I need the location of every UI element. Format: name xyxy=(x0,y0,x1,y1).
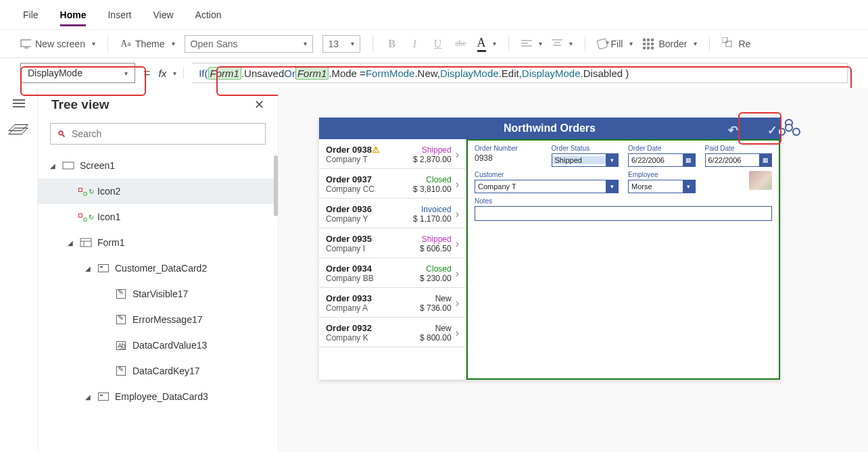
chevron-right-icon: › xyxy=(456,238,459,250)
svg-rect-0 xyxy=(21,40,31,47)
valign-button[interactable]: ▾ xyxy=(552,39,573,49)
tree-item-Icon2[interactable]: ↻Icon2 xyxy=(38,178,278,204)
strike-button[interactable]: abc xyxy=(454,39,468,49)
close-icon[interactable]: ✕ xyxy=(254,97,264,112)
align-button[interactable]: ▾ xyxy=(521,39,542,49)
hamburger-icon[interactable] xyxy=(13,97,25,109)
tree-item-icon xyxy=(62,161,74,170)
tree-panel: Tree view ✕ 🔍︎ ◢Screen1↻Icon2↻Icon1◢Form… xyxy=(38,88,279,452)
tree-item-Icon1[interactable]: ↻Icon1 xyxy=(38,204,278,230)
order-row[interactable]: Order 0934Company BBClosed$ 230.00› xyxy=(319,258,466,288)
menu-file[interactable]: File xyxy=(23,9,39,20)
chevron-down-icon: ▾ xyxy=(539,40,542,47)
separator xyxy=(709,36,710,51)
menu-insert[interactable]: Insert xyxy=(107,9,131,20)
order-row[interactable]: Order 0937Company CCClosed$ 3,810.00› xyxy=(319,169,466,199)
order-status: Closed xyxy=(404,264,452,274)
fill-button[interactable]: Fill ▾ xyxy=(598,39,633,49)
font-value: Open Sans xyxy=(191,39,238,49)
order-company: Company A xyxy=(326,303,404,313)
chevron-right-icon: › xyxy=(456,208,459,220)
font-select[interactable]: Open Sans ▾ xyxy=(185,35,313,53)
property-select[interactable]: DisplayMode ▾ xyxy=(20,63,135,83)
chevron-right-icon: › xyxy=(456,297,459,309)
order-row[interactable]: Order 0932Company KNew$ 800.00› xyxy=(319,318,466,347)
tree-item-DataCardValue13[interactable]: A͟bDataCardValue13 xyxy=(38,332,278,358)
customer-dropdown[interactable]: Company T▾ xyxy=(475,180,619,193)
fill-label: Fill xyxy=(611,39,623,49)
order-amount: $ 230.00 xyxy=(404,274,452,283)
undo-icon[interactable]: ↶ xyxy=(728,123,738,138)
chevron-down-icon: ▾ xyxy=(606,154,618,166)
calendar-icon: ▦ xyxy=(759,154,771,166)
treeview-icon[interactable] xyxy=(11,124,26,136)
scrollbar-thumb[interactable] xyxy=(274,155,278,216)
underline-button[interactable]: U xyxy=(431,38,445,50)
order-amount: $ 606.50 xyxy=(404,244,452,253)
theme-button[interactable]: Aa Theme ▾ xyxy=(120,39,175,49)
svg-rect-8 xyxy=(722,37,727,43)
chevron-down-icon: ▾ xyxy=(606,180,618,193)
order-company: Company CC xyxy=(326,184,404,194)
check-icon[interactable]: ✓ xyxy=(767,123,777,138)
theme-label: Theme xyxy=(135,39,165,49)
italic-button[interactable]: I xyxy=(408,38,422,50)
search-input[interactable] xyxy=(72,128,258,139)
search-box[interactable]: 🔍︎ xyxy=(50,123,266,145)
chevron-down-icon: ▾ xyxy=(92,40,95,47)
order-row[interactable]: Order 0938⚠Company TShipped$ 2,870.00› xyxy=(319,139,466,169)
formula-bar: DisplayMode ▾ = fx ▾ If( Form1 .Unsaved … xyxy=(0,58,868,88)
order-company: Company Y xyxy=(326,214,404,224)
menu-view[interactable]: View xyxy=(153,9,173,20)
order-status: Shipped xyxy=(404,145,452,155)
chevron-right-icon: › xyxy=(456,268,459,280)
tree-item-label: Form1 xyxy=(97,237,124,248)
app-preview: Northwind Orders ↶ ✓ Order 0938⚠Company … xyxy=(319,118,780,380)
order-amount: $ 736.00 xyxy=(404,303,452,313)
search-icon: 🔍︎ xyxy=(57,129,66,139)
main-area: Tree view ✕ 🔍︎ ◢Screen1↻Icon2↻Icon1◢Form… xyxy=(0,88,868,452)
twisty-icon: ◢ xyxy=(50,162,57,170)
chevron-down-icon: ▾ xyxy=(172,40,175,47)
chevron-down-icon: ▾ xyxy=(569,40,573,47)
field-status: Order Status Shipped▾ xyxy=(552,145,619,167)
separator xyxy=(508,36,509,51)
tree-item-label: Icon2 xyxy=(97,186,120,197)
tree-item-Form1[interactable]: ◢Form1 xyxy=(38,230,278,255)
status-dropdown[interactable]: Shipped▾ xyxy=(552,153,619,167)
order-row[interactable]: Order 0935Company IShipped$ 606.50› xyxy=(319,228,466,258)
field-employee: Employee Morse▾ xyxy=(628,171,696,193)
border-icon xyxy=(642,38,654,50)
border-button[interactable]: Border ▾ xyxy=(642,38,697,50)
order-row[interactable]: Order 0933Company ANew$ 736.00› xyxy=(319,288,466,318)
new-screen-button[interactable]: New screen ▾ xyxy=(20,39,95,49)
order-number: Order 0936 xyxy=(326,204,404,214)
orderdate-picker[interactable]: 6/22/2006▦ xyxy=(628,153,696,167)
tree-item-Employee_DataCard3[interactable]: ◢Employee_DataCard3 xyxy=(38,384,278,409)
fx-button[interactable]: fx ▾ xyxy=(159,68,185,79)
svg-rect-11 xyxy=(80,238,91,247)
twisty-icon: ◢ xyxy=(68,239,74,247)
formula-input[interactable]: If( Form1 .Unsaved Or Form1 .Mode = Form… xyxy=(192,63,848,83)
order-status: Shipped xyxy=(404,234,452,244)
tree-item-label: Icon1 xyxy=(97,211,120,222)
employee-dropdown[interactable]: Morse▾ xyxy=(628,180,696,193)
fontsize-select[interactable]: 13 ▾ xyxy=(322,35,360,53)
tree-item-Customer_DataCard2[interactable]: ◢Customer_DataCard2 xyxy=(38,255,278,281)
bold-button[interactable]: B xyxy=(385,38,399,50)
fontsize-value: 13 xyxy=(329,39,339,49)
order-company: Company T xyxy=(326,155,404,164)
tree-item-ErrorMessage17[interactable]: ErrorMessage17 xyxy=(38,307,278,332)
menu-home[interactable]: Home xyxy=(60,9,87,26)
paiddate-picker[interactable]: 6/22/2006▦ xyxy=(705,153,773,167)
reorder-button[interactable]: Re xyxy=(722,37,750,50)
new-screen-label: New screen xyxy=(35,39,85,49)
order-row[interactable]: Order 0936Company YInvoiced$ 1,170.00› xyxy=(319,199,466,228)
tree-item-Screen1[interactable]: ◢Screen1 xyxy=(38,153,278,178)
fontcolor-button[interactable]: A▾ xyxy=(477,36,496,52)
tree-item-StarVisible17[interactable]: StarVisible17 xyxy=(38,281,278,307)
tree-item-DataCardKey17[interactable]: DataCardKey17 xyxy=(38,358,278,384)
notes-input[interactable] xyxy=(475,206,772,221)
order-amount: $ 1,170.00 xyxy=(404,214,452,224)
menu-action[interactable]: Action xyxy=(195,9,222,20)
